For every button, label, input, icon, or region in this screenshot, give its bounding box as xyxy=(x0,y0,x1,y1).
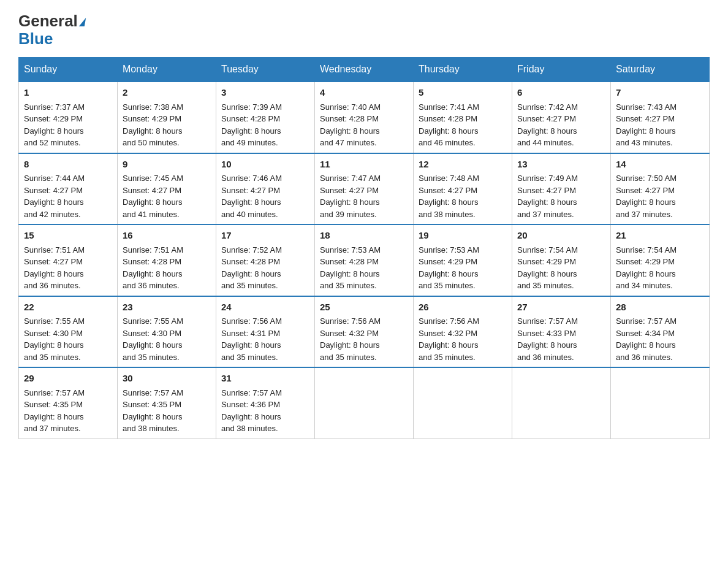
day-number: 19 xyxy=(419,229,507,243)
day-number: 7 xyxy=(616,86,704,100)
day-daylight: Daylight: 8 hours xyxy=(419,268,507,280)
calendar-cell: 19 Sunrise: 7:53 AM Sunset: 4:29 PM Dayl… xyxy=(414,224,512,296)
day-number: 12 xyxy=(419,158,507,172)
day-sunrise: Sunrise: 7:57 AM xyxy=(616,315,704,327)
day-daylight-cont: and 38 minutes. xyxy=(419,209,507,221)
day-sunrise: Sunrise: 7:52 AM xyxy=(221,244,309,256)
day-daylight: Daylight: 8 hours xyxy=(517,196,605,209)
calendar-header-sunday: Sunday xyxy=(19,58,118,82)
day-sunrise: Sunrise: 7:42 AM xyxy=(517,101,605,113)
day-sunset: Sunset: 4:35 PM xyxy=(123,399,211,411)
day-daylight-cont: and 43 minutes. xyxy=(616,137,704,149)
logo-general-text: General xyxy=(18,12,85,30)
day-sunrise: Sunrise: 7:53 AM xyxy=(320,244,408,256)
calendar-cell: 13 Sunrise: 7:49 AM Sunset: 4:27 PM Dayl… xyxy=(512,153,611,225)
calendar-week-row: 1 Sunrise: 7:37 AM Sunset: 4:29 PM Dayli… xyxy=(19,82,710,153)
day-daylight-cont: and 35 minutes. xyxy=(221,280,309,292)
day-number: 26 xyxy=(419,301,507,315)
day-daylight-cont: and 35 minutes. xyxy=(419,351,507,364)
day-sunset: Sunset: 4:28 PM xyxy=(123,256,211,268)
day-sunrise: Sunrise: 7:50 AM xyxy=(616,172,704,185)
calendar-cell: 14 Sunrise: 7:50 AM Sunset: 4:27 PM Dayl… xyxy=(611,153,710,225)
day-daylight-cont: and 50 minutes. xyxy=(123,137,211,149)
day-sunrise: Sunrise: 7:54 AM xyxy=(517,244,605,256)
day-number: 29 xyxy=(24,372,112,386)
calendar-cell: 7 Sunrise: 7:43 AM Sunset: 4:27 PM Dayli… xyxy=(611,82,710,153)
calendar-cell: 18 Sunrise: 7:53 AM Sunset: 4:28 PM Dayl… xyxy=(315,224,414,296)
day-daylight: Daylight: 8 hours xyxy=(616,196,704,209)
day-sunrise: Sunrise: 7:57 AM xyxy=(24,387,112,399)
day-daylight-cont: and 46 minutes. xyxy=(419,137,507,149)
day-number: 21 xyxy=(616,229,704,243)
calendar-header-friday: Friday xyxy=(512,58,611,82)
day-sunrise: Sunrise: 7:51 AM xyxy=(123,244,211,256)
calendar-cell: 17 Sunrise: 7:52 AM Sunset: 4:28 PM Dayl… xyxy=(216,224,315,296)
day-sunset: Sunset: 4:36 PM xyxy=(221,399,309,411)
day-daylight: Daylight: 8 hours xyxy=(419,196,507,209)
day-sunrise: Sunrise: 7:49 AM xyxy=(517,172,605,185)
day-number: 27 xyxy=(517,301,605,315)
day-number: 28 xyxy=(616,301,704,315)
day-number: 31 xyxy=(221,372,309,386)
day-sunset: Sunset: 4:27 PM xyxy=(616,185,704,197)
day-daylight-cont: and 47 minutes. xyxy=(320,137,408,149)
calendar-cell: 20 Sunrise: 7:54 AM Sunset: 4:29 PM Dayl… xyxy=(512,224,611,296)
day-sunset: Sunset: 4:33 PM xyxy=(517,327,605,340)
day-sunset: Sunset: 4:27 PM xyxy=(320,185,408,197)
day-number: 11 xyxy=(320,158,408,172)
day-number: 24 xyxy=(221,301,309,315)
calendar-cell: 5 Sunrise: 7:41 AM Sunset: 4:28 PM Dayli… xyxy=(414,82,512,153)
day-sunset: Sunset: 4:31 PM xyxy=(221,327,309,340)
day-daylight: Daylight: 8 hours xyxy=(123,196,211,209)
day-daylight: Daylight: 8 hours xyxy=(221,411,309,423)
calendar-cell: 3 Sunrise: 7:39 AM Sunset: 4:28 PM Dayli… xyxy=(216,82,315,153)
day-sunrise: Sunrise: 7:45 AM xyxy=(123,172,211,185)
day-sunset: Sunset: 4:28 PM xyxy=(320,113,408,125)
day-daylight: Daylight: 8 hours xyxy=(24,125,112,137)
day-sunrise: Sunrise: 7:37 AM xyxy=(24,101,112,113)
calendar-header-row: SundayMondayTuesdayWednesdayThursdayFrid… xyxy=(19,58,710,82)
day-number: 8 xyxy=(24,158,112,172)
day-daylight-cont: and 52 minutes. xyxy=(24,137,112,149)
day-daylight-cont: and 35 minutes. xyxy=(320,351,408,364)
calendar-cell: 25 Sunrise: 7:56 AM Sunset: 4:32 PM Dayl… xyxy=(315,296,414,368)
day-daylight-cont: and 34 minutes. xyxy=(616,280,704,292)
day-sunset: Sunset: 4:28 PM xyxy=(221,113,309,125)
day-daylight-cont: and 39 minutes. xyxy=(320,209,408,221)
day-daylight: Daylight: 8 hours xyxy=(616,339,704,351)
day-sunrise: Sunrise: 7:56 AM xyxy=(320,315,408,327)
day-number: 10 xyxy=(221,158,309,172)
day-sunrise: Sunrise: 7:56 AM xyxy=(419,315,507,327)
day-daylight: Daylight: 8 hours xyxy=(616,268,704,280)
day-daylight-cont: and 35 minutes. xyxy=(419,280,507,292)
day-daylight-cont: and 35 minutes. xyxy=(517,280,605,292)
day-daylight: Daylight: 8 hours xyxy=(221,339,309,351)
day-sunrise: Sunrise: 7:53 AM xyxy=(419,244,507,256)
calendar-cell: 1 Sunrise: 7:37 AM Sunset: 4:29 PM Dayli… xyxy=(19,82,118,153)
logo: General Blue xyxy=(18,12,85,47)
day-number: 3 xyxy=(221,86,309,100)
day-daylight: Daylight: 8 hours xyxy=(616,125,704,137)
day-sunrise: Sunrise: 7:57 AM xyxy=(123,387,211,399)
day-number: 17 xyxy=(221,229,309,243)
day-daylight: Daylight: 8 hours xyxy=(24,268,112,280)
calendar-table: SundayMondayTuesdayWednesdayThursdayFrid… xyxy=(18,57,710,439)
calendar-cell: 22 Sunrise: 7:55 AM Sunset: 4:30 PM Dayl… xyxy=(19,296,118,368)
day-daylight: Daylight: 8 hours xyxy=(123,268,211,280)
day-number: 25 xyxy=(320,301,408,315)
day-daylight: Daylight: 8 hours xyxy=(419,339,507,351)
day-daylight-cont: and 36 minutes. xyxy=(123,280,211,292)
calendar-cell: 29 Sunrise: 7:57 AM Sunset: 4:35 PM Dayl… xyxy=(19,367,118,439)
calendar-cell: 8 Sunrise: 7:44 AM Sunset: 4:27 PM Dayli… xyxy=(19,153,118,225)
day-daylight-cont: and 35 minutes. xyxy=(320,280,408,292)
calendar-body: 1 Sunrise: 7:37 AM Sunset: 4:29 PM Dayli… xyxy=(19,82,710,439)
day-daylight: Daylight: 8 hours xyxy=(24,411,112,423)
day-sunset: Sunset: 4:34 PM xyxy=(616,327,704,340)
day-number: 30 xyxy=(123,372,211,386)
calendar-header-tuesday: Tuesday xyxy=(216,58,315,82)
calendar-cell: 26 Sunrise: 7:56 AM Sunset: 4:32 PM Dayl… xyxy=(414,296,512,368)
day-daylight: Daylight: 8 hours xyxy=(517,268,605,280)
day-sunrise: Sunrise: 7:54 AM xyxy=(616,244,704,256)
day-daylight: Daylight: 8 hours xyxy=(320,268,408,280)
calendar-cell: 31 Sunrise: 7:57 AM Sunset: 4:36 PM Dayl… xyxy=(216,367,315,439)
